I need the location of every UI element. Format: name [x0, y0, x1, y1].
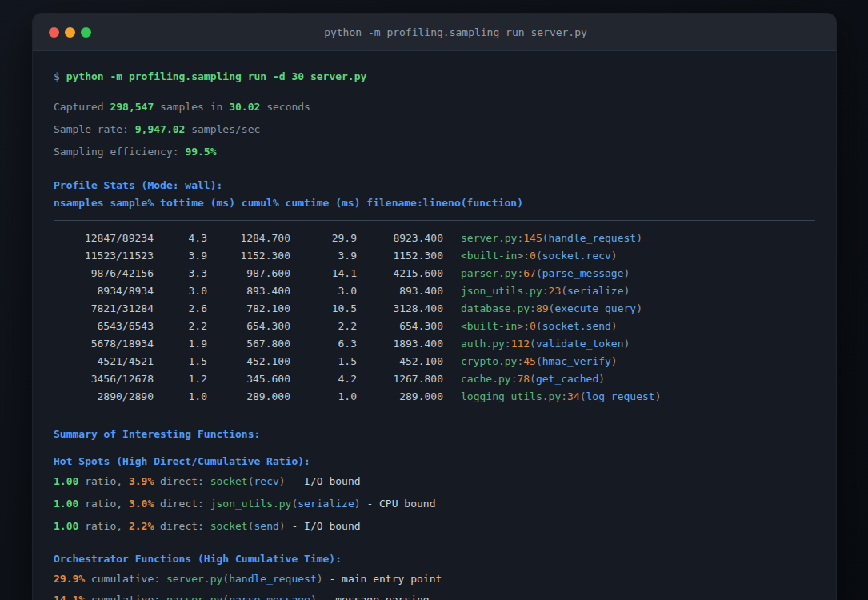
cell-cumtime: 452.100: [357, 353, 443, 370]
window-controls: [49, 27, 91, 38]
cell-nsamples: 4521/4521: [54, 353, 154, 370]
cell-sample-pct: 1.0: [154, 388, 207, 406]
window-title: python -m profiling.sampling run server.…: [91, 26, 820, 38]
cell-cumtime: 654.300: [357, 318, 443, 335]
cell-nsamples: 5678/18934: [54, 335, 154, 353]
cell-tottime: 782.100: [207, 300, 290, 318]
profile-row: 9876/421563.3987.60014.14215.600parser.p…: [54, 265, 815, 282]
cell-cumul-pct: 29.9: [290, 230, 357, 247]
profile-row: 8934/89343.0893.4003.0893.400json_utils.…: [54, 282, 815, 300]
captured-samples-value: 298,547: [110, 101, 154, 113]
titlebar[interactable]: python -m profiling.sampling run server.…: [33, 14, 836, 51]
hot-spot-line: 1.00 ratio, 3.0% direct: json_utils.py(s…: [54, 495, 815, 513]
captured-duration-value: 30.02: [229, 101, 260, 113]
cell-nsamples: 8934/8934: [54, 282, 154, 300]
cell-nsamples: 6543/6543: [54, 318, 154, 335]
cell-location: json_utils.py:23(serialize): [461, 285, 630, 297]
captured-label: Captured: [54, 101, 104, 113]
orchestrator-line: 29.9% cumulative: server.py(handle_reque…: [54, 570, 815, 588]
cell-nsamples: 9876/42156: [54, 265, 154, 282]
sample-rate-label: Sample rate:: [54, 123, 129, 135]
hot-spot-pct: 2.2%: [129, 520, 154, 532]
minimize-button-icon[interactable]: [65, 27, 75, 38]
cell-cumul-pct: 6.3: [290, 335, 357, 353]
cell-cumul-pct: 1.5: [290, 353, 357, 370]
cell-nsamples: 7821/31284: [54, 300, 154, 318]
profile-row: 4521/45211.5452.1001.5452.100crypto.py:4…: [54, 353, 815, 370]
cell-location: cache.py:78(get_cached): [461, 373, 605, 385]
hot-spot-pct: 3.0%: [129, 498, 154, 510]
cell-cumul-pct: 3.9: [290, 247, 357, 265]
cell-sample-pct: 1.5: [154, 353, 207, 370]
command-line: $ python -m profiling.sampling run -d 30…: [54, 68, 815, 86]
captured-line: Captured 298,547 samples in 30.02 second…: [54, 98, 815, 116]
hot-spot-ratio: 1.00: [54, 475, 78, 487]
cell-cumtime: 1152.300: [357, 247, 443, 265]
hot-spot-ratio: 1.00: [54, 498, 78, 510]
cell-sample-pct: 2.6: [154, 300, 207, 318]
cell-location: parser.py:67(parse_message): [461, 267, 630, 279]
table-divider: [54, 220, 815, 221]
orchestrator-heading: Orchestrator Functions (High Cumulative …: [54, 550, 815, 568]
hot-spot-pct: 3.9%: [129, 475, 154, 487]
orchestrator-pct: 14.1%: [54, 594, 85, 600]
cell-cumul-pct: 14.1: [290, 265, 357, 282]
cell-nsamples: 2890/2890: [54, 388, 154, 406]
cell-cumtime: 8923.400: [357, 230, 443, 247]
cell-cumul-pct: 4.2: [290, 370, 357, 388]
cell-location: logging_utils.py:34(log_request): [461, 390, 661, 402]
efficiency-value: 99.5%: [185, 146, 216, 158]
cell-sample-pct: 1.2: [154, 370, 207, 388]
cell-tottime: 654.300: [207, 318, 290, 335]
maximize-button-icon[interactable]: [81, 27, 91, 38]
cell-sample-pct: 4.3: [154, 230, 207, 247]
cell-location: <built-in>:0(socket.recv): [461, 250, 618, 262]
cell-nsamples: 11523/11523: [54, 247, 154, 265]
close-button-icon[interactable]: [49, 27, 59, 38]
cell-tottime: 893.400: [207, 282, 290, 300]
orchestrator-pct: 29.9%: [54, 573, 85, 585]
cell-location: auth.py:112(validate_token): [461, 338, 630, 350]
profile-row: 5678/189341.9567.8006.31893.400auth.py:1…: [54, 335, 815, 353]
profile-row: 12847/892344.31284.70029.98923.400server…: [54, 230, 815, 247]
cell-cumtime: 4215.600: [357, 265, 443, 282]
cell-cumul-pct: 2.2: [290, 318, 357, 335]
profile-row: 7821/312842.6782.10010.53128.400database…: [54, 300, 815, 318]
captured-seconds-label: seconds: [266, 101, 310, 113]
profile-row: 3456/126781.2345.6004.21267.800cache.py:…: [54, 370, 815, 388]
cell-cumtime: 1893.400: [357, 335, 443, 353]
cell-tottime: 1152.300: [207, 247, 290, 265]
cell-location: server.py:145(handle_request): [461, 232, 642, 244]
profile-stats-heading: Profile Stats (Mode: wall):: [54, 177, 815, 194]
profile-row: 2890/28901.0289.0001.0289.000logging_uti…: [54, 388, 815, 406]
cell-tottime: 987.600: [207, 265, 290, 282]
sample-rate-line: Sample rate: 9,947.02 samples/sec: [54, 121, 815, 138]
cell-tottime: 452.100: [207, 353, 290, 370]
hot-spot-line: 1.00 ratio, 3.9% direct: socket(recv) - …: [54, 473, 815, 490]
cell-cumul-pct: 10.5: [290, 300, 357, 318]
cell-nsamples: 12847/89234: [54, 230, 154, 247]
hot-spot-line: 1.00 ratio, 2.2% direct: socket(send) - …: [54, 518, 815, 535]
profile-row: 6543/65432.2654.3002.2654.300<built-in>:…: [54, 318, 815, 335]
captured-samples-label: samples in: [160, 101, 222, 113]
orchestrator-line: 14.1% cumulative: parser.py(parse_messag…: [54, 591, 815, 600]
cell-location: <built-in>:0(socket.send): [461, 320, 618, 332]
cell-sample-pct: 3.3: [154, 265, 207, 282]
summary-heading: Summary of Interesting Functions:: [54, 426, 815, 443]
cell-nsamples: 3456/12678: [54, 370, 154, 388]
efficiency-label: Sampling efficiency:: [54, 146, 179, 158]
terminal-window: python -m profiling.sampling run server.…: [32, 13, 837, 600]
cell-cumtime: 3128.400: [357, 300, 443, 318]
cell-sample-pct: 3.0: [154, 282, 207, 300]
cell-tottime: 567.800: [207, 335, 290, 353]
cell-sample-pct: 2.2: [154, 318, 207, 335]
efficiency-line: Sampling efficiency: 99.5%: [54, 143, 815, 161]
cell-cumul-pct: 3.0: [290, 282, 357, 300]
cell-tottime: 289.000: [207, 388, 290, 406]
cell-sample-pct: 3.9: [154, 247, 207, 265]
cell-sample-pct: 1.9: [154, 335, 207, 353]
hot-spots-heading: Hot Spots (High Direct/Cumulative Ratio)…: [54, 453, 815, 470]
cell-cumtime: 1267.800: [357, 370, 443, 388]
cell-cumul-pct: 1.0: [290, 388, 357, 406]
profile-row: 11523/115233.91152.3003.91152.300<built-…: [54, 247, 815, 265]
